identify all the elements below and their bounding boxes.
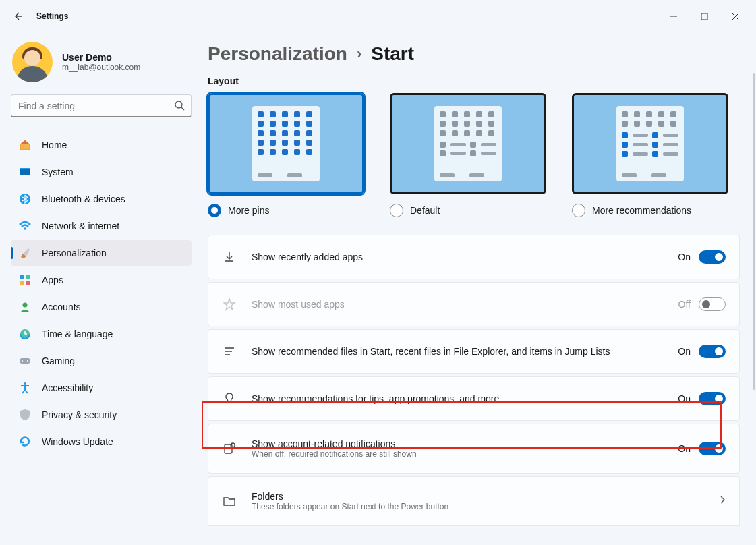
nav-label: Network & internet: [42, 221, 119, 231]
nav-label: System: [42, 167, 74, 177]
nav-bluetooth[interactable]: Bluetooth & devices: [11, 186, 192, 212]
list-icon: [222, 345, 237, 358]
layout-option-more-pins[interactable]: More pins: [208, 93, 364, 217]
svg-rect-7: [26, 275, 30, 279]
nav-apps[interactable]: Apps: [11, 267, 192, 293]
search-input[interactable]: [11, 94, 192, 117]
toggle[interactable]: [699, 392, 726, 405]
radio[interactable]: [572, 204, 585, 217]
update-icon: [19, 436, 31, 448]
nav-label: Gaming: [42, 355, 75, 366]
apps-icon: [19, 274, 31, 286]
star-icon: [222, 297, 237, 311]
svg-rect-3: [20, 169, 30, 175]
nav-update[interactable]: Windows Update: [11, 429, 192, 455]
scrollbar[interactable]: [753, 73, 755, 390]
nav-label: Time & language: [42, 328, 113, 339]
setting-account-notifications[interactable]: Show account-related notificationsWhen o…: [208, 424, 740, 474]
nav-accounts[interactable]: Accounts: [11, 294, 192, 320]
nav-time[interactable]: Time & language: [11, 321, 192, 347]
layout-options: More pins Default: [208, 93, 740, 217]
gamepad-icon: [19, 355, 31, 367]
radio-label: More pins: [228, 205, 269, 216]
home-icon: [19, 139, 31, 151]
breadcrumb: Personalization › Start: [208, 43, 740, 65]
radio[interactable]: [208, 204, 221, 217]
system-icon: [19, 166, 31, 178]
layout-option-default[interactable]: Default: [390, 93, 546, 217]
toggle-state: On: [678, 346, 691, 357]
maximize-button[interactable]: [689, 5, 720, 27]
setting-recommended-files[interactable]: Show recommended files in Start, recent …: [208, 329, 740, 374]
nav-home[interactable]: Home: [11, 132, 192, 158]
setting-subtitle: When off, required notifications are sti…: [252, 449, 663, 459]
toggle-state: On: [678, 393, 691, 404]
layout-label: Layout: [208, 76, 740, 86]
settings-list: Show recently added apps On Show most us…: [208, 235, 740, 526]
svg-rect-8: [20, 281, 24, 285]
download-icon: [222, 250, 237, 264]
toggle-state: Off: [678, 299, 691, 310]
radio-label: More recommendations: [592, 205, 691, 216]
content-area: Personalization › Start Layout More pins: [202, 32, 756, 545]
svg-point-15: [27, 360, 28, 362]
paintbrush-icon: [19, 247, 31, 259]
person-icon: [19, 301, 31, 313]
setting-title: Show most used apps: [252, 299, 664, 310]
chevron-right-icon: ›: [357, 45, 361, 63]
window-title: Settings: [36, 11, 68, 21]
nav-list: Home System Bluetooth & devices Network …: [11, 132, 192, 455]
folder-icon: [222, 495, 237, 507]
toggle-state: On: [678, 443, 691, 454]
setting-subtitle: These folders appear on Start next to th…: [252, 502, 704, 511]
toggle: [699, 297, 726, 311]
svg-rect-6: [20, 275, 24, 279]
setting-recently-added[interactable]: Show recently added apps On: [208, 235, 740, 279]
setting-folders[interactable]: FoldersThese folders appear on Start nex…: [208, 476, 740, 526]
toggle[interactable]: [699, 345, 726, 358]
layout-thumb: [208, 93, 364, 194]
chevron-right-icon: [719, 495, 726, 507]
layout-option-more-recs[interactable]: More recommendations: [572, 93, 728, 217]
nav-label: Personalization: [42, 248, 107, 258]
lightbulb-icon: [222, 392, 237, 405]
setting-recommendations-tips[interactable]: Show recommendations for tips, app promo…: [208, 376, 740, 421]
svg-point-5: [24, 227, 26, 230]
nav-accessibility[interactable]: Accessibility: [11, 375, 192, 401]
setting-title: Show recommended files in Start, recent …: [252, 346, 663, 357]
toggle[interactable]: [699, 442, 726, 455]
toggle[interactable]: [699, 250, 726, 264]
wifi-icon: [19, 220, 31, 232]
svg-point-18: [231, 443, 235, 447]
setting-title: Show recently added apps: [252, 252, 663, 262]
badge-icon: [222, 442, 237, 455]
nav-label: Accounts: [42, 302, 81, 312]
nav-label: Bluetooth & devices: [42, 194, 125, 204]
nav-gaming[interactable]: Gaming: [11, 348, 192, 374]
nav-personalization[interactable]: Personalization: [11, 240, 192, 266]
bluetooth-icon: [19, 193, 31, 205]
back-button[interactable]: [11, 9, 24, 23]
breadcrumb-parent[interactable]: Personalization: [208, 43, 347, 65]
nav-privacy[interactable]: Privacy & security: [11, 402, 192, 428]
svg-rect-0: [701, 13, 707, 20]
shield-icon: [19, 409, 31, 421]
toggle-state: On: [678, 252, 691, 262]
nav-system[interactable]: System: [11, 159, 192, 185]
minimize-button[interactable]: [658, 5, 689, 27]
title-bar: Settings: [0, 0, 756, 32]
setting-most-used: Show most used apps Off: [208, 282, 740, 326]
sidebar: User Demo m__lab@outlook.com Home System…: [0, 32, 202, 545]
svg-point-14: [22, 360, 23, 362]
radio[interactable]: [390, 204, 403, 217]
close-button[interactable]: [720, 5, 751, 27]
avatar: [12, 42, 53, 82]
search-box[interactable]: [11, 94, 192, 117]
setting-title: Show account-related notifications: [252, 438, 663, 449]
nav-label: Home: [42, 140, 67, 150]
user-email: m__lab@outlook.com: [62, 63, 140, 72]
user-account-row[interactable]: User Demo m__lab@outlook.com: [11, 39, 192, 94]
svg-point-16: [24, 382, 26, 385]
nav-network[interactable]: Network & internet: [11, 213, 192, 239]
nav-label: Apps: [42, 275, 63, 285]
